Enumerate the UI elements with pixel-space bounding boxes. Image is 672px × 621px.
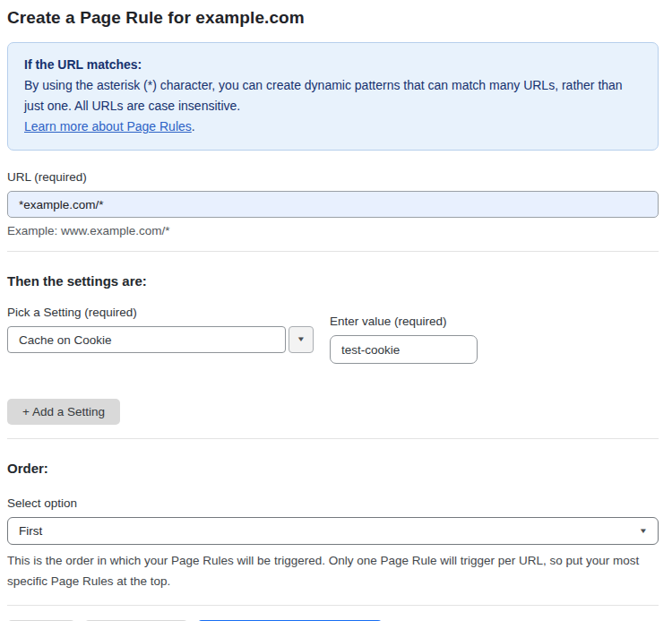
settings-row: Pick a Setting (required) Cache on Cooki… bbox=[7, 306, 659, 364]
order-help-text: This is the order in which your Page Rul… bbox=[7, 550, 658, 591]
info-link-row: Learn more about Page Rules. bbox=[24, 116, 642, 137]
order-select[interactable]: First ▼ bbox=[7, 517, 659, 545]
setting-dropdown-value[interactable]: Cache on Cookie bbox=[7, 326, 286, 353]
select-option-label: Select option bbox=[7, 496, 659, 510]
info-box-body: By using the asterisk (*) character, you… bbox=[24, 75, 625, 116]
link-suffix-text: . bbox=[192, 119, 195, 134]
page-title: Create a Page Rule for example.com bbox=[7, 8, 659, 28]
enter-value-label: Enter value (required) bbox=[330, 315, 478, 328]
url-example-hint: Example: www.example.com/* bbox=[7, 224, 659, 237]
divider bbox=[7, 438, 659, 439]
pick-setting-label: Pick a Setting (required) bbox=[7, 306, 314, 319]
url-input[interactable] bbox=[7, 191, 659, 218]
setting-dropdown[interactable]: Cache on Cookie ▼ bbox=[7, 326, 314, 353]
setting-value-input[interactable] bbox=[330, 335, 478, 364]
order-heading: Order: bbox=[7, 461, 659, 476]
setting-dropdown-arrow-button[interactable]: ▼ bbox=[289, 326, 314, 353]
pick-setting-column: Pick a Setting (required) Cache on Cooki… bbox=[7, 306, 314, 364]
order-select-value: First bbox=[19, 524, 42, 538]
settings-heading: Then the settings are: bbox=[7, 273, 659, 289]
divider bbox=[7, 605, 659, 606]
info-box-heading: If the URL matches: bbox=[24, 55, 642, 75]
chevron-down-icon: ▼ bbox=[297, 336, 306, 343]
url-label: URL (required) bbox=[7, 170, 659, 184]
create-page-rule-form: Create a Page Rule for example.com If th… bbox=[0, 0, 672, 621]
chevron-down-icon: ▼ bbox=[639, 528, 648, 535]
enter-value-column: Enter value (required) bbox=[330, 306, 478, 364]
url-match-info-box: If the URL matches: By using the asteris… bbox=[7, 42, 659, 151]
learn-more-link[interactable]: Learn more about Page Rules bbox=[24, 119, 192, 134]
add-setting-button[interactable]: + Add a Setting bbox=[7, 399, 120, 425]
divider bbox=[7, 251, 659, 252]
